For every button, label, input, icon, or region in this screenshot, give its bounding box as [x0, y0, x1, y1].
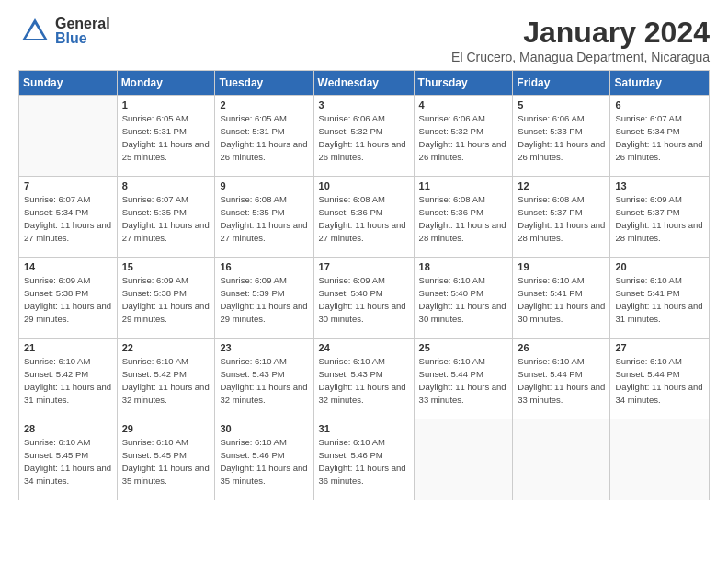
calendar-cell: 19 Sunrise: 6:10 AMSunset: 5:41 PMDaylig…: [513, 258, 610, 339]
day-number: 16: [220, 261, 308, 272]
calendar-cell: 25 Sunrise: 6:10 AMSunset: 5:44 PMDaylig…: [414, 339, 513, 419]
calendar-cell: [414, 419, 513, 500]
calendar-cell: 30 Sunrise: 6:10 AMSunset: 5:46 PMDaylig…: [215, 419, 313, 500]
day-number: 9: [220, 180, 308, 191]
calendar-cell: 23 Sunrise: 6:10 AMSunset: 5:43 PMDaylig…: [215, 339, 313, 419]
day-number: 17: [319, 261, 409, 272]
calendar-cell: 15 Sunrise: 6:09 AMSunset: 5:38 PMDaylig…: [117, 258, 215, 339]
day-info: Sunrise: 6:07 AMSunset: 5:34 PMDaylight:…: [24, 193, 112, 244]
calendar-cell: 11 Sunrise: 6:08 AMSunset: 5:36 PMDaylig…: [414, 177, 513, 258]
calendar-cell: 14 Sunrise: 6:09 AMSunset: 5:38 PMDaylig…: [19, 258, 118, 339]
day-info: Sunrise: 6:09 AMSunset: 5:38 PMDaylight:…: [24, 274, 112, 325]
calendar-cell: 16 Sunrise: 6:09 AMSunset: 5:39 PMDaylig…: [215, 258, 313, 339]
day-info: Sunrise: 6:06 AMSunset: 5:33 PMDaylight:…: [518, 112, 605, 163]
day-info: Sunrise: 6:09 AMSunset: 5:40 PMDaylight:…: [319, 274, 409, 325]
calendar-cell: 8 Sunrise: 6:07 AMSunset: 5:35 PMDayligh…: [117, 177, 215, 258]
day-info: Sunrise: 6:08 AMSunset: 5:36 PMDaylight:…: [319, 193, 409, 244]
day-number: 25: [419, 342, 508, 353]
day-number: 27: [615, 342, 704, 353]
day-number: 24: [319, 342, 409, 353]
calendar-cell: 3 Sunrise: 6:06 AMSunset: 5:32 PMDayligh…: [313, 96, 414, 177]
day-info: Sunrise: 6:09 AMSunset: 5:39 PMDaylight:…: [220, 274, 308, 325]
day-info: Sunrise: 6:10 AMSunset: 5:43 PMDaylight:…: [319, 355, 409, 406]
calendar-cell: 7 Sunrise: 6:07 AMSunset: 5:34 PMDayligh…: [19, 177, 118, 258]
calendar-cell: [610, 419, 710, 500]
day-info: Sunrise: 6:08 AMSunset: 5:35 PMDaylight:…: [220, 193, 308, 244]
calendar-week-row: 14 Sunrise: 6:09 AMSunset: 5:38 PMDaylig…: [19, 258, 710, 339]
day-number: 8: [122, 180, 210, 191]
calendar-cell: 9 Sunrise: 6:08 AMSunset: 5:35 PMDayligh…: [215, 177, 313, 258]
weekday-header: Monday: [117, 71, 215, 96]
day-number: 7: [24, 180, 112, 191]
weekday-header: Saturday: [610, 71, 710, 96]
calendar-week-row: 28 Sunrise: 6:10 AMSunset: 5:45 PMDaylig…: [19, 419, 710, 500]
weekday-header: Wednesday: [313, 71, 414, 96]
weekday-header: Sunday: [19, 71, 118, 96]
day-info: Sunrise: 6:10 AMSunset: 5:46 PMDaylight:…: [319, 436, 409, 487]
calendar-cell: 10 Sunrise: 6:08 AMSunset: 5:36 PMDaylig…: [313, 177, 414, 258]
day-number: 22: [122, 342, 210, 353]
calendar-cell: 13 Sunrise: 6:09 AMSunset: 5:37 PMDaylig…: [610, 177, 710, 258]
day-number: 13: [615, 180, 704, 191]
weekday-header: Thursday: [414, 71, 513, 96]
calendar-cell: 17 Sunrise: 6:09 AMSunset: 5:40 PMDaylig…: [313, 258, 414, 339]
calendar-cell: 22 Sunrise: 6:10 AMSunset: 5:42 PMDaylig…: [117, 339, 215, 419]
day-number: 31: [319, 423, 409, 434]
day-number: 1: [122, 99, 210, 110]
logo-icon: [18, 15, 51, 48]
day-info: Sunrise: 6:08 AMSunset: 5:36 PMDaylight:…: [419, 193, 508, 244]
day-info: Sunrise: 6:10 AMSunset: 5:41 PMDaylight:…: [615, 274, 704, 325]
calendar-week-row: 21 Sunrise: 6:10 AMSunset: 5:42 PMDaylig…: [19, 339, 710, 419]
day-info: Sunrise: 6:07 AMSunset: 5:34 PMDaylight:…: [615, 112, 704, 163]
day-info: Sunrise: 6:07 AMSunset: 5:35 PMDaylight:…: [122, 193, 210, 244]
logo-line1: General: [55, 17, 110, 31]
calendar-cell: 26 Sunrise: 6:10 AMSunset: 5:44 PMDaylig…: [513, 339, 610, 419]
calendar-cell: 28 Sunrise: 6:10 AMSunset: 5:45 PMDaylig…: [19, 419, 118, 500]
day-number: 29: [122, 423, 210, 434]
day-info: Sunrise: 6:08 AMSunset: 5:37 PMDaylight:…: [518, 193, 605, 244]
day-number: 15: [122, 261, 210, 272]
logo: General Blue: [18, 15, 110, 48]
calendar-cell: [513, 419, 610, 500]
day-number: 21: [24, 342, 112, 353]
calendar-cell: 21 Sunrise: 6:10 AMSunset: 5:42 PMDaylig…: [19, 339, 118, 419]
day-number: 6: [615, 99, 704, 110]
day-info: Sunrise: 6:10 AMSunset: 5:44 PMDaylight:…: [419, 355, 508, 406]
calendar-week-row: 7 Sunrise: 6:07 AMSunset: 5:34 PMDayligh…: [19, 177, 710, 258]
day-info: Sunrise: 6:06 AMSunset: 5:32 PMDaylight:…: [419, 112, 508, 163]
day-info: Sunrise: 6:10 AMSunset: 5:46 PMDaylight:…: [220, 436, 308, 487]
day-info: Sunrise: 6:05 AMSunset: 5:31 PMDaylight:…: [122, 112, 210, 163]
calendar-cell: 6 Sunrise: 6:07 AMSunset: 5:34 PMDayligh…: [610, 96, 710, 177]
calendar-cell: 29 Sunrise: 6:10 AMSunset: 5:45 PMDaylig…: [117, 419, 215, 500]
day-number: 11: [419, 180, 508, 191]
calendar-cell: 18 Sunrise: 6:10 AMSunset: 5:40 PMDaylig…: [414, 258, 513, 339]
day-info: Sunrise: 6:10 AMSunset: 5:41 PMDaylight:…: [518, 274, 605, 325]
day-number: 23: [220, 342, 308, 353]
day-number: 26: [518, 342, 605, 353]
day-info: Sunrise: 6:10 AMSunset: 5:40 PMDaylight:…: [419, 274, 508, 325]
calendar-cell: 12 Sunrise: 6:08 AMSunset: 5:37 PMDaylig…: [513, 177, 610, 258]
day-info: Sunrise: 6:09 AMSunset: 5:38 PMDaylight:…: [122, 274, 210, 325]
day-number: 4: [419, 99, 508, 110]
day-number: 30: [220, 423, 308, 434]
day-number: 19: [518, 261, 605, 272]
page-header: General Blue January 2024 El Crucero, Ma…: [18, 15, 710, 64]
logo-line2: Blue: [55, 31, 110, 46]
calendar-cell: 24 Sunrise: 6:10 AMSunset: 5:43 PMDaylig…: [313, 339, 414, 419]
calendar-cell: 5 Sunrise: 6:06 AMSunset: 5:33 PMDayligh…: [513, 96, 610, 177]
day-number: 28: [24, 423, 112, 434]
weekday-header-row: SundayMondayTuesdayWednesdayThursdayFrid…: [19, 71, 710, 96]
weekday-header: Tuesday: [215, 71, 313, 96]
calendar-cell: [19, 96, 118, 177]
calendar-cell: 2 Sunrise: 6:05 AMSunset: 5:31 PMDayligh…: [215, 96, 313, 177]
calendar-week-row: 1 Sunrise: 6:05 AMSunset: 5:31 PMDayligh…: [19, 96, 710, 177]
title-area: January 2024 El Crucero, Managua Departm…: [451, 15, 710, 64]
day-number: 2: [220, 99, 308, 110]
day-info: Sunrise: 6:10 AMSunset: 5:44 PMDaylight:…: [615, 355, 704, 406]
day-info: Sunrise: 6:05 AMSunset: 5:31 PMDaylight:…: [220, 112, 308, 163]
calendar-cell: 27 Sunrise: 6:10 AMSunset: 5:44 PMDaylig…: [610, 339, 710, 419]
day-info: Sunrise: 6:06 AMSunset: 5:32 PMDaylight:…: [319, 112, 409, 163]
calendar-cell: 4 Sunrise: 6:06 AMSunset: 5:32 PMDayligh…: [414, 96, 513, 177]
day-number: 3: [319, 99, 409, 110]
calendar-cell: 31 Sunrise: 6:10 AMSunset: 5:46 PMDaylig…: [313, 419, 414, 500]
